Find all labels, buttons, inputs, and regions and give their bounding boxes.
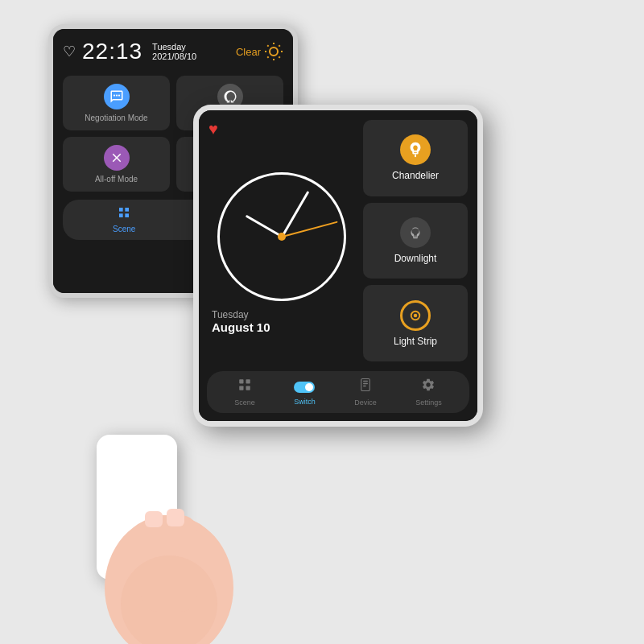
negotiation-mode-button[interactable]: Negotiation Mode bbox=[63, 76, 170, 130]
lightstrip-icon bbox=[400, 300, 431, 331]
chandelier-label: Chandelier bbox=[392, 170, 439, 181]
back-scene-tab[interactable]: Scene bbox=[113, 206, 135, 233]
svg-point-18 bbox=[414, 313, 418, 317]
front-heart-icon: ♥ bbox=[208, 120, 355, 138]
svg-rect-16 bbox=[415, 155, 416, 158]
lightstrip-label: Light Strip bbox=[394, 336, 437, 347]
svg-rect-12 bbox=[119, 208, 123, 212]
svg-rect-14 bbox=[119, 213, 123, 217]
svg-rect-24 bbox=[363, 381, 368, 382]
settings-nav-tab[interactable]: Settings bbox=[415, 378, 442, 407]
svg-point-10 bbox=[115, 94, 117, 96]
sun-icon bbox=[264, 42, 283, 61]
svg-rect-25 bbox=[363, 383, 368, 385]
svg-line-4 bbox=[279, 56, 279, 57]
back-heart-icon: ♡ bbox=[63, 43, 76, 60]
svg-rect-21 bbox=[239, 386, 243, 390]
alloff-mode-button[interactable]: All-off Mode bbox=[63, 137, 170, 192]
svg-point-9 bbox=[113, 94, 114, 96]
svg-rect-22 bbox=[246, 386, 250, 390]
svg-line-7 bbox=[267, 56, 268, 57]
front-date-full: August 10 bbox=[212, 320, 355, 334]
back-weather-text: Clear bbox=[236, 46, 261, 58]
svg-rect-26 bbox=[363, 386, 366, 387]
back-day: Tuesday bbox=[152, 42, 196, 52]
scene-grid-icon bbox=[118, 206, 130, 222]
alloff-icon bbox=[104, 145, 130, 171]
device-nav-icon bbox=[358, 378, 373, 396]
negotiation-mode-label: Negotiation Mode bbox=[85, 114, 147, 122]
scene-tab-label: Scene bbox=[113, 225, 135, 233]
switch-nav-icon bbox=[294, 378, 315, 395]
svg-line-3 bbox=[267, 45, 268, 46]
svg-point-11 bbox=[118, 94, 119, 96]
alloff-mode-label: All-off Mode bbox=[95, 175, 138, 184]
downlight-button[interactable]: Downlight bbox=[363, 203, 468, 279]
switch-nav-label: Switch bbox=[294, 398, 316, 406]
svg-line-8 bbox=[279, 45, 279, 46]
switch-nav-tab[interactable]: Switch bbox=[294, 378, 316, 406]
chandelier-button[interactable]: Chandelier bbox=[363, 120, 468, 196]
front-date-day: Tuesday bbox=[212, 309, 355, 320]
clock-center-dot bbox=[278, 233, 286, 241]
svg-rect-15 bbox=[126, 213, 130, 217]
scene-nav-icon bbox=[237, 378, 252, 396]
downlight-icon bbox=[400, 217, 431, 248]
negotiation-icon bbox=[104, 84, 130, 109]
clock-container: Tuesday August 10 bbox=[208, 145, 355, 361]
settings-nav-label: Settings bbox=[415, 398, 442, 407]
clock-face bbox=[217, 172, 346, 301]
settings-nav-icon bbox=[421, 378, 436, 396]
svg-point-0 bbox=[270, 47, 278, 56]
front-device: ♥ Tuesday August 10 bbox=[193, 105, 483, 427]
downlight-label: Downlight bbox=[394, 253, 437, 264]
svg-rect-30 bbox=[145, 511, 163, 527]
hour-hand bbox=[245, 215, 283, 238]
svg-rect-31 bbox=[167, 509, 184, 526]
svg-rect-20 bbox=[246, 379, 250, 383]
svg-rect-19 bbox=[239, 379, 243, 383]
hand-illustration bbox=[64, 394, 274, 644]
svg-rect-13 bbox=[126, 208, 130, 212]
lightstrip-button[interactable]: Light Strip bbox=[363, 285, 468, 361]
chandelier-icon bbox=[400, 134, 431, 165]
back-date: 2021/08/10 bbox=[152, 52, 196, 61]
back-time: 22:13 bbox=[82, 39, 142, 64]
device-nav-label: Device bbox=[354, 398, 377, 407]
device-nav-tab[interactable]: Device bbox=[354, 378, 377, 407]
